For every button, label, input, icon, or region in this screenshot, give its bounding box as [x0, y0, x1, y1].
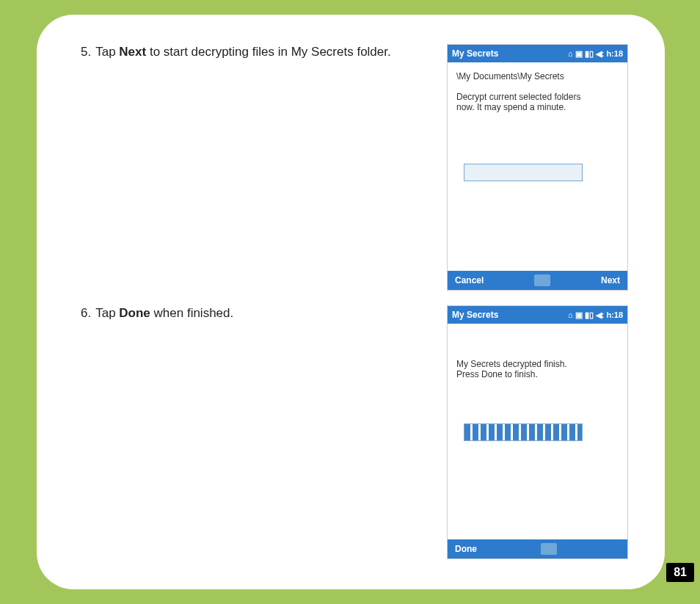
s2-message: My Secrets decrypted finish. Press Done …: [456, 359, 588, 379]
step-6-bold: Done: [119, 306, 150, 320]
s1-titlebar: My Secrets ⌂ ▣ ▮▯ ◀: h:18: [448, 45, 627, 62]
s1-status-icons: ⌂ ▣ ▮▯ ◀: h:18: [568, 49, 623, 59]
step-6-row: 6. Tap Done when finished. My Secrets ⌂ …: [81, 305, 628, 559]
manual-page-card: 5. Tap Next to start decrypting files in…: [37, 15, 665, 589]
step-6-suffix: when finished.: [150, 306, 233, 320]
step-6-body: Tap Done when finished.: [95, 305, 425, 321]
signal-icon: ▮▯: [585, 49, 594, 59]
step-5-body: Tap Next to start decrypting files in My…: [95, 44, 425, 60]
home-icon: ⌂: [568, 49, 573, 58]
s2-app-title: My Secrets: [452, 310, 568, 320]
note-icon: ▣: [575, 310, 583, 320]
s1-time: h:18: [606, 49, 623, 58]
step-5-number: 5.: [81, 44, 91, 60]
s2-softkey-bar: Done: [448, 539, 627, 558]
s1-message: Decrypt current selected folders now. It…: [456, 92, 588, 112]
s2-status-icons: ⌂ ▣ ▮▯ ◀: h:18: [568, 310, 623, 320]
step-5-text: 5. Tap Next to start decrypting files in…: [81, 44, 425, 60]
s1-next-button[interactable]: Next: [601, 275, 620, 285]
keyboard-icon[interactable]: [541, 543, 557, 555]
s2-progress-bar: [464, 423, 583, 441]
s1-cancel-button[interactable]: Cancel: [455, 275, 484, 285]
keyboard-icon[interactable]: [534, 274, 550, 286]
s1-body: \My Documents\My Secrets Decrypt current…: [448, 62, 627, 271]
s2-done-button[interactable]: Done: [455, 544, 477, 554]
s1-progress-bar: [464, 164, 583, 181]
screenshot-2: My Secrets ⌂ ▣ ▮▯ ◀: h:18 My Secrets dec…: [447, 305, 628, 559]
signal-icon: ▮▯: [585, 310, 594, 320]
step-6-prefix: Tap: [95, 306, 119, 320]
step-6-text: 6. Tap Done when finished.: [81, 305, 425, 321]
step-5-suffix: to start decrypting files in My Secrets …: [146, 45, 391, 59]
sound-icon: ◀:: [596, 310, 605, 320]
s2-body: My Secrets decrypted finish. Press Done …: [448, 324, 627, 539]
step-5-bold: Next: [119, 45, 146, 59]
step-5-prefix: Tap: [95, 45, 119, 59]
page-number-badge: 81: [666, 563, 694, 582]
sound-icon: ◀:: [596, 49, 605, 59]
s2-titlebar: My Secrets ⌂ ▣ ▮▯ ◀: h:18: [448, 306, 627, 324]
s1-softkey-bar: Cancel Next: [448, 271, 627, 290]
step-6-number: 6.: [81, 305, 91, 321]
s1-folder-path: \My Documents\My Secrets: [456, 71, 619, 81]
s1-app-title: My Secrets: [452, 48, 568, 59]
screenshot-1: My Secrets ⌂ ▣ ▮▯ ◀: h:18 \My Documents\…: [447, 44, 628, 291]
home-icon: ⌂: [568, 310, 573, 319]
note-icon: ▣: [575, 49, 583, 59]
s2-time: h:18: [606, 310, 623, 319]
step-5-row: 5. Tap Next to start decrypting files in…: [81, 44, 628, 291]
